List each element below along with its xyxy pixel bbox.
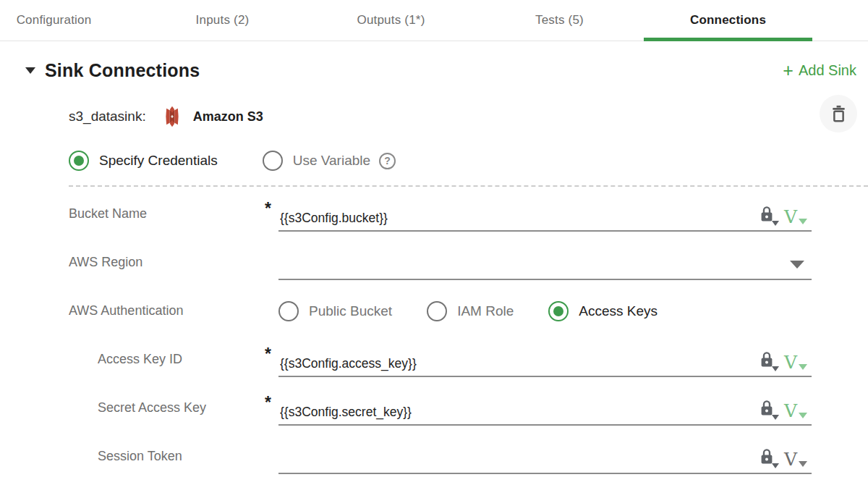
add-sink-button[interactable]: + Add Sink (783, 62, 856, 80)
variable-picker-button[interactable]: V (784, 403, 807, 418)
page-title: Sink Connections (45, 60, 200, 81)
access-key-id-input[interactable] (280, 356, 733, 371)
variable-picker-button[interactable]: V (784, 452, 807, 467)
tab-connections[interactable]: Connections (644, 0, 812, 41)
variable-icon: V (784, 209, 797, 224)
aws-region-select[interactable] (278, 245, 812, 280)
bucket-name-input[interactable] (280, 211, 733, 226)
tab-bar: Configuration Inputs (2) Outputs (1*) Te… (0, 0, 868, 41)
lock-icon (760, 206, 774, 222)
tab-outputs[interactable]: Outputs (1*) (307, 0, 475, 41)
tab-configuration[interactable]: Configuration (0, 0, 138, 41)
aws-region-row: AWS Region (0, 238, 868, 287)
credential-mode-group: Specify Credentials Use Variable ? (0, 148, 868, 174)
access-keys-option[interactable]: Access Keys (548, 301, 658, 321)
access-key-id-fieldbox: * V (278, 342, 812, 377)
session-token-row: Session Token V (0, 432, 868, 481)
tab-tests[interactable]: Tests (5) (475, 0, 644, 41)
session-token-input[interactable] (280, 453, 733, 468)
sink-connections-header: Sink Connections + Add Sink (0, 41, 868, 87)
access-keys-label: Access Keys (579, 303, 658, 319)
secret-access-key-input[interactable] (280, 405, 733, 420)
access-key-id-row: Access Key ID * V (0, 335, 868, 384)
aws-region-input[interactable] (280, 259, 733, 274)
required-asterisk: * (265, 345, 271, 364)
iam-role-label: IAM Role (457, 303, 514, 319)
trash-icon (830, 104, 848, 123)
lock-dropdown-arrow-icon (772, 221, 779, 226)
chevron-down-icon[interactable] (25, 67, 35, 74)
plus-icon: + (783, 62, 793, 80)
secret-access-key-row: Secret Access Key * V (0, 384, 868, 432)
add-sink-label: Add Sink (799, 62, 856, 79)
help-icon[interactable]: ? (379, 153, 396, 169)
lock-toggle-button[interactable] (760, 400, 774, 419)
variable-dropdown-arrow-icon (799, 413, 807, 418)
lock-icon (760, 351, 774, 368)
divider (69, 185, 868, 187)
sink-config-form: Bucket Name * V AWS (0, 190, 868, 481)
variable-picker-button[interactable]: V (784, 355, 807, 370)
variable-icon: V (784, 355, 797, 370)
select-dropdown-arrow-icon[interactable] (790, 261, 804, 269)
bucket-name-fieldbox: * V (278, 197, 812, 232)
public-bucket-label: Public Bucket (309, 303, 392, 319)
lock-dropdown-arrow-icon (772, 366, 779, 371)
secret-access-key-label: Secret Access Key (0, 400, 278, 416)
aws-region-label: AWS Region (0, 255, 278, 270)
specify-credentials-label: Specify Credentials (99, 153, 218, 169)
access-keys-radio[interactable] (548, 301, 569, 321)
bucket-name-row: Bucket Name * V (0, 190, 868, 238)
iam-role-radio[interactable] (427, 301, 447, 321)
required-asterisk: * (265, 199, 271, 219)
iam-role-option[interactable]: IAM Role (427, 301, 514, 321)
use-variable-radio[interactable] (263, 151, 283, 171)
variable-icon: V (784, 452, 797, 467)
lock-toggle-button[interactable] (760, 448, 774, 468)
public-bucket-option[interactable]: Public Bucket (278, 301, 392, 321)
variable-dropdown-arrow-icon (799, 461, 807, 467)
tab-inputs[interactable]: Inputs (2) (138, 0, 307, 41)
lock-toggle-button[interactable] (760, 351, 774, 371)
variable-icon: V (784, 403, 797, 418)
bucket-name-label: Bucket Name (0, 206, 278, 222)
lock-toggle-button[interactable] (760, 206, 774, 225)
connector-name: Amazon S3 (193, 109, 263, 125)
session-token-fieldbox: V (278, 439, 812, 474)
lock-dropdown-arrow-icon (772, 463, 779, 468)
session-token-label: Session Token (0, 449, 278, 464)
aws-authentication-row: AWS Authentication Public Bucket IAM Rol… (0, 287, 868, 335)
sink-name: s3_datasink: (69, 109, 146, 125)
variable-dropdown-arrow-icon (799, 364, 807, 370)
delete-sink-button[interactable] (820, 95, 857, 132)
lock-icon (760, 448, 774, 465)
secret-access-key-fieldbox: * V (278, 391, 812, 426)
variable-picker-button[interactable]: V (784, 209, 807, 224)
variable-dropdown-arrow-icon (799, 219, 807, 224)
amazon-s3-icon (162, 106, 182, 127)
lock-icon (760, 400, 774, 416)
sink-header-row: s3_datasink: Amazon S3 (0, 98, 868, 135)
lock-dropdown-arrow-icon (772, 415, 779, 420)
access-key-id-label: Access Key ID (0, 352, 278, 367)
specify-credentials-radio[interactable] (69, 151, 89, 171)
aws-authentication-label: AWS Authentication (0, 303, 278, 319)
collapse-section-toggle[interactable]: Sink Connections (25, 60, 200, 81)
public-bucket-radio[interactable] (278, 301, 299, 321)
use-variable-label: Use Variable (293, 153, 370, 169)
required-asterisk: * (265, 393, 271, 413)
aws-authentication-options: Public Bucket IAM Role Access Keys (278, 301, 868, 321)
